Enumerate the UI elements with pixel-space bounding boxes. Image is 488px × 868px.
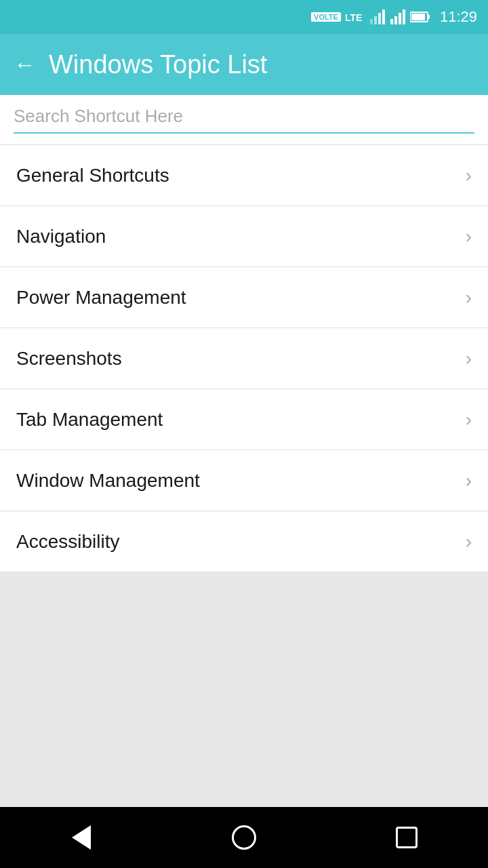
app-title: Windows Topic List: [49, 50, 267, 79]
list-item-label-screenshots: Screenshots: [16, 348, 122, 370]
svg-rect-11: [411, 14, 425, 20]
back-button[interactable]: ←: [14, 54, 35, 75]
svg-rect-7: [399, 13, 401, 24]
list-item-window-management[interactable]: Window Management›: [0, 450, 488, 511]
search-input[interactable]: [14, 106, 474, 134]
bottom-nav: [0, 807, 488, 868]
list-item-tab-management[interactable]: Tab Management›: [0, 389, 488, 450]
list-item-label-window-management: Window Management: [16, 470, 200, 492]
svg-rect-1: [370, 19, 373, 24]
list-item-accessibility[interactable]: Accessibility›: [0, 511, 488, 572]
home-nav-icon: [232, 825, 256, 850]
svg-rect-3: [378, 13, 381, 24]
volte-badge: VOLTE: [311, 12, 341, 22]
back-nav-button[interactable]: [61, 817, 102, 858]
svg-rect-5: [390, 19, 393, 24]
chevron-icon-general-shortcuts: ›: [466, 165, 472, 186]
list-item-label-general-shortcuts: General Shortcuts: [16, 165, 169, 186]
battery-icon: [410, 10, 430, 24]
list-item-general-shortcuts[interactable]: General Shortcuts›: [0, 145, 488, 206]
signal-icon-1: [369, 9, 386, 24]
svg-rect-10: [428, 15, 430, 19]
chevron-icon-navigation: ›: [466, 226, 472, 248]
svg-rect-4: [382, 9, 385, 24]
back-nav-icon: [72, 825, 91, 850]
lte-icon: LTE: [345, 9, 365, 24]
list-item-label-navigation: Navigation: [16, 226, 106, 248]
home-nav-button[interactable]: [224, 817, 264, 858]
list-item-label-tab-management: Tab Management: [16, 409, 163, 431]
list-item-power-management[interactable]: Power Management›: [0, 267, 488, 328]
recents-nav-icon: [396, 827, 418, 848]
app-bar: ← Windows Topic List: [0, 34, 488, 95]
chevron-icon-accessibility: ›: [466, 531, 472, 553]
empty-space: [0, 572, 488, 807]
chevron-icon-power-management: ›: [466, 287, 472, 309]
topic-list: General Shortcuts›Navigation›Power Manag…: [0, 145, 488, 572]
list-item-label-power-management: Power Management: [16, 287, 186, 309]
chevron-icon-window-management: ›: [466, 470, 472, 492]
svg-rect-8: [403, 9, 405, 24]
list-item-navigation[interactable]: Navigation›: [0, 206, 488, 267]
list-item-screenshots[interactable]: Screenshots›: [0, 328, 488, 389]
status-bar: VOLTE LTE 11:29: [0, 0, 488, 34]
signal-icon-2: [390, 9, 406, 24]
list-item-label-accessibility: Accessibility: [16, 531, 119, 553]
recents-nav-button[interactable]: [386, 817, 427, 858]
svg-text:LTE: LTE: [345, 12, 362, 23]
chevron-icon-screenshots: ›: [466, 348, 472, 370]
svg-rect-6: [394, 16, 397, 24]
chevron-icon-tab-management: ›: [466, 409, 472, 431]
status-time: 11:29: [440, 8, 477, 26]
svg-rect-2: [374, 16, 377, 24]
search-container: [0, 95, 488, 145]
